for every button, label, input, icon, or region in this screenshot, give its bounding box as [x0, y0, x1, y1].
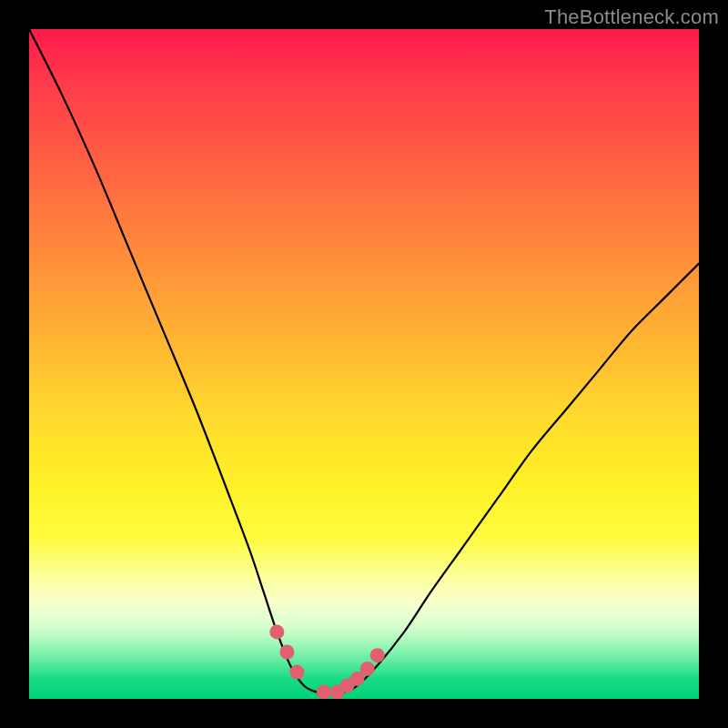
highlight-marker — [269, 624, 284, 639]
chart-stage: TheBottleneck.com — [0, 0, 728, 728]
highlight-marker — [289, 665, 304, 680]
highlight-marker — [317, 685, 331, 699]
highlight-marker — [360, 662, 375, 676]
watermark-text: TheBottleneck.com — [544, 5, 719, 29]
highlight-marker — [279, 645, 294, 660]
chart-plot-area — [29, 29, 699, 699]
highlight-markers — [269, 624, 384, 699]
bottleneck-curve — [29, 29, 699, 693]
highlight-marker — [370, 648, 385, 662]
chart-svg — [29, 29, 699, 699]
